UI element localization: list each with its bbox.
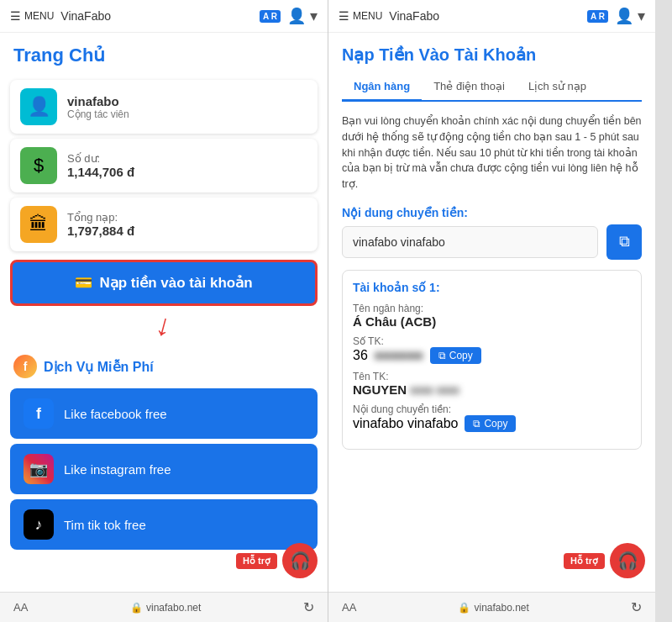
right-menu[interactable]: ☰ MENU [339, 9, 382, 23]
right-support: Hỗ trợ 🎧 [564, 543, 645, 578]
holder-name: NGUYEN [353, 382, 407, 397]
right-lang: A R [587, 10, 608, 23]
bank-name-label: Tên ngân hàng: [353, 303, 631, 314]
total-card: 🏛 Tổng nạp: 1,797,884 đ [10, 198, 318, 251]
right-lock-icon: 🔒 [458, 602, 470, 614]
left-panel: ☰ MENU VinaFabo A R 👤 ▾ Trang Chủ 👤 vina… [0, 0, 328, 622]
like-facebook-label: Like facebook free [64, 407, 167, 421]
account-number-label: Số TK: [353, 335, 631, 347]
left-bottom-bar: AA 🔒 vinafabo.net ↻ [0, 592, 328, 622]
account-holder-label: Tên TK: [353, 371, 631, 382]
username: vinafabo [67, 94, 307, 108]
lock-icon: 🔒 [130, 602, 143, 614]
account-section: Tài khoản số 1: Tên ngân hàng: Á Châu (A… [342, 270, 642, 450]
account-holder-value: NGUYEN ●●● ●●● [353, 382, 631, 397]
copy-icon: ⧉ [438, 350, 446, 361]
tabs-container: Ngân hàng Thẻ điện thoại Lịch sử nạp [342, 73, 642, 102]
instagram-icon: 📷 [24, 454, 54, 484]
right-top-bar: ☰ MENU VinaFabo A R 👤 ▾ [328, 0, 655, 33]
left-aa[interactable]: AA [13, 601, 28, 614]
transfer-content-account-row: Nội dung chuyển tiền: vinafabo vinafabo … [353, 403, 631, 432]
bank-name-row: Tên ngân hàng: Á Châu (ACB) [353, 303, 631, 329]
balance-info: Số dư: 1,144,706 đ [67, 152, 307, 179]
user-card: 👤 vinafabo Cộng tác viên [10, 80, 318, 134]
hamburger-icon: ☰ [10, 9, 21, 23]
balance-card: $ Số dư: 1,144,706 đ [10, 139, 318, 192]
right-user-icon[interactable]: 👤 ▾ [615, 7, 645, 25]
account-holder-row: Tên TK: NGUYEN ●●● ●●● [353, 371, 631, 397]
copy-transfer-content-button[interactable]: ⧉ Copy [465, 415, 516, 432]
left-brand: VinaFabo [60, 9, 253, 23]
left-lang: A R [260, 10, 281, 23]
left-url: 🔒 vinafabo.net [130, 602, 201, 614]
right-url: 🔒 vinafabo.net [458, 602, 528, 614]
tiktok-button[interactable]: ♪ Tim tik tok free [10, 499, 318, 550]
like-instagram-button[interactable]: 📷 Like instagram free [10, 444, 318, 494]
right-hotro-badge: Hỗ trợ [564, 553, 605, 569]
total-label: Tổng nạp: [67, 211, 307, 224]
left-content: Trang Chủ 👤 vinafabo Cộng tác viên $ Số … [0, 33, 328, 592]
right-brand: VinaFabo [389, 9, 580, 23]
copy-account-label: Copy [449, 350, 473, 361]
right-url-text: vinafabo.net [474, 602, 528, 614]
nap-tien-label: Nạp tiền vào tài khoản [99, 274, 252, 292]
facebook-icon: f [24, 398, 54, 429]
left-support: Hỗ trợ 🎧 [236, 543, 318, 578]
account-number-prefix: 36 [353, 348, 368, 363]
like-facebook-button[interactable]: f Like facebook free [10, 388, 318, 439]
copy-transfer-icon-button[interactable]: ⧉ [606, 224, 642, 260]
left-url-text: vinafabo.net [146, 602, 201, 614]
account-number-row: Số TK: 36●●●●●● ⧉ Copy [353, 335, 631, 364]
right-bottom-bar: AA 🔒 vinafabo.net ↻ [328, 592, 655, 622]
transfer-content-value: vinafabo vinafabo ⧉ Copy [353, 415, 631, 432]
tab-the-dien-thoai[interactable]: Thẻ điện thoại [422, 73, 517, 102]
left-page-title: Trang Chủ [0, 33, 328, 75]
copy-account-number-button[interactable]: ⧉ Copy [430, 347, 481, 364]
left-menu-label: MENU [24, 10, 54, 22]
user-avatar-icon: 👤 [20, 88, 57, 125]
right-reload[interactable]: ↻ [631, 599, 642, 615]
left-user-icon[interactable]: 👤 ▾ [287, 7, 318, 25]
account-number-value: 36●●●●●● ⧉ Copy [353, 347, 631, 364]
transfer-content-input[interactable] [342, 226, 598, 258]
user-info: vinafabo Cộng tác viên [67, 94, 307, 120]
right-page-title: Nạp Tiền Vào Tài Khoản [328, 33, 655, 73]
balance-label: Số dư: [67, 152, 307, 165]
total-info: Tổng nạp: 1,797,884 đ [67, 211, 307, 238]
like-instagram-label: Like instagram free [64, 462, 171, 477]
tab-lich-su-nap[interactable]: Lịch sử nạp [517, 73, 598, 102]
left-headphone-button[interactable]: 🎧 [282, 543, 318, 578]
total-value: 1,797,884 đ [67, 224, 307, 238]
free-service-label: Dịch Vụ Miễn Phí [44, 359, 154, 375]
right-hamburger-icon: ☰ [339, 9, 349, 23]
right-content: Nạp Tiền Vào Tài Khoản Ngân hàng Thẻ điệ… [328, 33, 655, 592]
left-reload[interactable]: ↻ [303, 599, 314, 615]
bank-name-value: Á Châu (ACB) [353, 314, 631, 329]
holder-name-blurred: ●●● ●●● [410, 382, 459, 397]
right-menu-label: MENU [353, 10, 382, 22]
copy-transfer-label: Copy [484, 418, 507, 430]
free-logo-icon: f [13, 355, 37, 378]
bank-icon: 🏛 [20, 206, 57, 243]
account-title: Tài khoản số 1: [353, 281, 631, 294]
transfer-content-row: ⧉ [342, 224, 642, 260]
tiktok-icon: ♪ [24, 509, 54, 540]
right-aa[interactable]: AA [342, 601, 356, 614]
left-menu[interactable]: ☰ MENU [10, 9, 54, 23]
user-role: Cộng tác viên [67, 108, 307, 120]
transfer-content-label2: Nội dung chuyển tiền: [353, 403, 631, 415]
balance-icon: $ [20, 147, 57, 184]
right-headphone-button[interactable]: 🎧 [610, 543, 645, 578]
transfer-value: vinafabo vinafabo [353, 416, 458, 431]
balance-value: 1,144,706 đ [67, 165, 307, 179]
copy-icon2: ⧉ [473, 418, 480, 430]
tab-ngan-hang[interactable]: Ngân hàng [342, 73, 422, 102]
tiktok-label: Tim tik tok free [64, 518, 146, 532]
left-hotro-badge: Hỗ trợ [236, 553, 277, 569]
left-top-bar: ☰ MENU VinaFabo A R 👤 ▾ [0, 0, 328, 33]
account-number-blurred: ●●●●●● [375, 348, 423, 363]
instruction-text: Bạn vui lòng chuyển khoản chính xác nội … [328, 113, 655, 203]
right-panel: ☰ MENU VinaFabo A R 👤 ▾ Nạp Tiền Vào Tài… [328, 0, 655, 622]
transfer-section-label: Nội dung chuyển tiền: [328, 203, 655, 224]
